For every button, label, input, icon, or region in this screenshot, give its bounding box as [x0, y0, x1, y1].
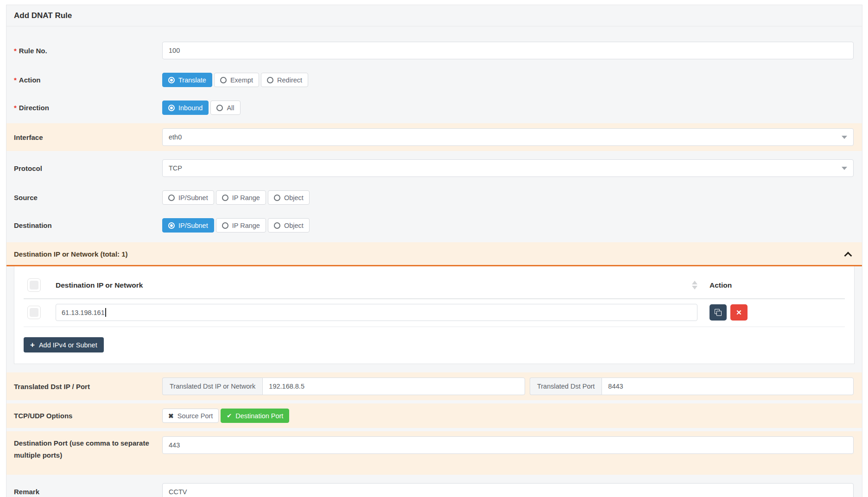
form-row-interface: Interface eth0 — [6, 123, 862, 151]
add-ipv4-or-subnet-button[interactable]: + Add IPv4 or Subnet — [24, 337, 104, 352]
form-row-direction: *Direction Inbound All — [6, 95, 862, 120]
translated-ip-input[interactable] — [262, 377, 525, 395]
radio-unselected-icon — [220, 77, 227, 83]
destination-ip-input[interactable]: 61.13.198.161 — [56, 304, 697, 321]
collapse-panel-icon[interactable] — [845, 251, 852, 258]
source-port-toggle[interactable]: ✖ Source Port — [162, 409, 219, 423]
radio-selected-icon — [168, 77, 175, 83]
form-row-translated-dst: Translated Dst IP / Port Translated Dst … — [6, 372, 862, 400]
direction-label: *Direction — [14, 101, 162, 114]
translated-port-addon-label: Translated Dst Port — [530, 377, 602, 395]
row-checkbox[interactable] — [27, 306, 41, 319]
destination-ip-panel-header: Destination IP or Network (total: 1) — [6, 242, 862, 266]
destination-port-toggle[interactable]: ✔ Destination Port — [221, 409, 289, 423]
radio-unselected-icon — [222, 222, 228, 229]
destination-option-ip-range[interactable]: IP Range — [216, 218, 266, 233]
radio-unselected-icon — [267, 77, 273, 83]
destination-toggle-group: IP/Subnet IP Range Object — [162, 218, 310, 233]
rule-no-input[interactable] — [162, 42, 854, 59]
panel-title: Destination IP or Network (total: 1) — [14, 250, 128, 258]
interface-select[interactable]: eth0 — [162, 128, 854, 146]
form-row-tcp-udp-options: TCP/UDP Options ✖ Source Port ✔ Destinat… — [6, 403, 862, 428]
radio-selected-icon — [168, 105, 175, 111]
interface-label: Interface — [14, 131, 162, 144]
chevron-down-icon — [842, 136, 847, 139]
delete-icon: ✕ — [736, 308, 742, 317]
chevron-down-icon — [842, 167, 847, 170]
action-option-redirect[interactable]: Redirect — [261, 73, 308, 87]
card-header: Add DNAT Rule — [6, 5, 862, 26]
destination-ip-panel-body: Destination IP or Network Action 61.13.1… — [14, 266, 855, 364]
add-dnat-rule-card: Add DNAT Rule *Rule No. *Action Translat… — [6, 5, 862, 497]
form-row-protocol: Protocol TCP — [6, 154, 862, 182]
plus-icon: + — [30, 341, 35, 349]
radio-unselected-icon — [168, 195, 175, 201]
form-row-remark: Remark — [6, 478, 862, 497]
source-toggle-group: IP/Subnet IP Range Object — [162, 190, 310, 205]
remark-label: Remark — [14, 485, 162, 497]
sort-icon[interactable] — [692, 281, 697, 289]
action-toggle-group: Translate Exempt Redirect — [162, 73, 308, 87]
direction-toggle-group: Inbound All — [162, 101, 241, 115]
check-icon: ✔ — [227, 413, 232, 419]
direction-option-inbound[interactable]: Inbound — [162, 101, 209, 115]
translated-dst-label: Translated Dst IP / Port — [14, 380, 162, 393]
column-header-action: Action — [710, 281, 732, 289]
copy-row-button[interactable] — [710, 304, 727, 321]
remark-input[interactable] — [162, 483, 854, 497]
interface-selected-value: eth0 — [169, 133, 182, 141]
rule-no-label: *Rule No. — [14, 44, 162, 57]
form-body: *Rule No. *Action Translate Exemp — [6, 26, 862, 497]
direction-option-all[interactable]: All — [210, 101, 240, 115]
action-option-exempt[interactable]: Exempt — [214, 73, 259, 87]
source-option-object[interactable]: Object — [268, 190, 310, 205]
destination-port-label: Destination Port (use comma to separate … — [14, 436, 162, 462]
destination-port-input[interactable] — [162, 436, 854, 454]
text-cursor — [105, 308, 106, 317]
form-row-destination-port: Destination Port (use comma to separate … — [6, 431, 862, 475]
destination-label: Destination — [14, 219, 162, 232]
protocol-selected-value: TCP — [169, 164, 182, 172]
tcp-udp-toggle-group: ✖ Source Port ✔ Destination Port — [162, 409, 289, 423]
protocol-select[interactable]: TCP — [162, 159, 854, 177]
radio-unselected-icon — [274, 195, 280, 201]
radio-selected-icon — [168, 222, 175, 229]
destination-option-ip-subnet[interactable]: IP/Subnet — [162, 218, 214, 233]
required-marker: * — [14, 47, 17, 55]
x-icon: ✖ — [168, 413, 174, 419]
action-label: *Action — [14, 73, 162, 86]
action-option-translate[interactable]: Translate — [162, 73, 212, 87]
radio-unselected-icon — [274, 222, 280, 229]
required-marker: * — [14, 76, 17, 84]
select-all-checkbox[interactable] — [27, 278, 41, 292]
copy-icon — [715, 309, 722, 316]
table-row: 61.13.198.161 ✕ — [24, 299, 845, 327]
radio-unselected-icon — [216, 105, 223, 111]
column-header-destination-ip: Destination IP or Network — [56, 281, 143, 289]
radio-unselected-icon — [222, 195, 228, 201]
page-title: Add DNAT Rule — [14, 11, 855, 20]
source-label: Source — [14, 191, 162, 204]
form-row-source: Source IP/Subnet IP Range Object — [6, 185, 862, 210]
tcp-udp-options-label: TCP/UDP Options — [14, 409, 162, 422]
destination-option-object[interactable]: Object — [268, 218, 310, 233]
translated-port-input[interactable] — [602, 377, 854, 395]
source-option-ip-range[interactable]: IP Range — [216, 190, 266, 205]
destination-ip-panel: Destination IP or Network (total: 1) Des… — [6, 242, 862, 364]
delete-row-button[interactable]: ✕ — [730, 304, 748, 321]
table-header-row: Destination IP or Network Action — [24, 273, 845, 299]
form-row-rule-no: *Rule No. — [6, 37, 862, 64]
form-row-action: *Action Translate Exempt Redirect — [6, 68, 862, 92]
protocol-label: Protocol — [14, 162, 162, 175]
form-row-destination: Destination IP/Subnet IP Range Object — [6, 213, 862, 238]
translated-ip-addon-label: Translated Dst IP or Network — [162, 377, 262, 395]
source-option-ip-subnet[interactable]: IP/Subnet — [162, 190, 214, 205]
required-marker: * — [14, 104, 17, 112]
